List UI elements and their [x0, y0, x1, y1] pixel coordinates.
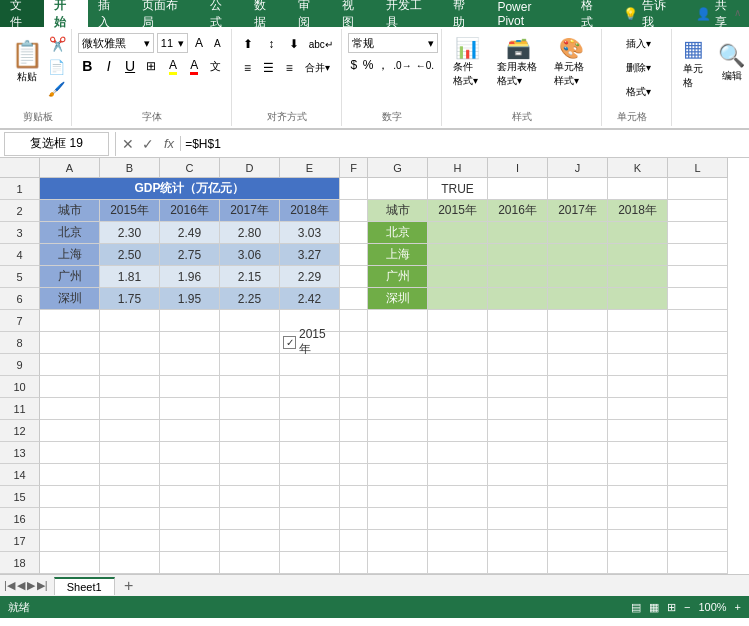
col-header-F[interactable]: F: [340, 158, 368, 178]
col-header-L[interactable]: L: [668, 158, 728, 178]
cell-8-I[interactable]: [488, 332, 548, 354]
col-header-J[interactable]: J: [548, 158, 608, 178]
last-sheet-icon[interactable]: ▶|: [37, 579, 48, 592]
bold-button[interactable]: B: [78, 55, 96, 77]
cell-18-C[interactable]: [160, 552, 220, 574]
cell-18-K[interactable]: [608, 552, 668, 574]
cell-4-A[interactable]: 上海: [40, 244, 100, 266]
cell-13-F[interactable]: [340, 442, 368, 464]
cell-13-I[interactable]: [488, 442, 548, 464]
italic-button[interactable]: I: [99, 55, 117, 77]
cell-11-A[interactable]: [40, 398, 100, 420]
cell-6-J[interactable]: [548, 288, 608, 310]
cell-9-F[interactable]: [340, 354, 368, 376]
zoom-out-button[interactable]: −: [684, 601, 690, 613]
cell-3-L[interactable]: [668, 222, 728, 244]
zoom-in-button[interactable]: +: [735, 601, 741, 613]
cell-13-A[interactable]: [40, 442, 100, 464]
cell-4-E[interactable]: 3.27: [280, 244, 340, 266]
cell-5-F[interactable]: [340, 266, 368, 288]
cell-15-E[interactable]: [280, 486, 340, 508]
cell-6-K[interactable]: [608, 288, 668, 310]
cell-5-L[interactable]: [668, 266, 728, 288]
format-cell-button[interactable]: 格式▾: [608, 81, 668, 103]
cell-7-B[interactable]: [100, 310, 160, 332]
tab-file[interactable]: 文件: [0, 0, 44, 27]
cell-14-G[interactable]: [368, 464, 428, 486]
cell-16-G[interactable]: [368, 508, 428, 530]
next-sheet-icon[interactable]: ▶: [27, 579, 35, 592]
cell-7-L[interactable]: [668, 310, 728, 332]
tab-data[interactable]: 数据: [244, 0, 288, 27]
cell-6-I[interactable]: [488, 288, 548, 310]
cell-13-C[interactable]: [160, 442, 220, 464]
cell-8-A[interactable]: [40, 332, 100, 354]
cell-3-F[interactable]: [340, 222, 368, 244]
tab-format[interactable]: 格式: [571, 0, 615, 27]
cell-2-B[interactable]: 2015年: [100, 200, 160, 222]
sheet-tab-sheet1[interactable]: Sheet1: [54, 577, 115, 595]
formula-input[interactable]: [181, 132, 749, 156]
cell-11-C[interactable]: [160, 398, 220, 420]
insert-cell-button[interactable]: 插入▾: [608, 33, 668, 55]
row-header-2[interactable]: 2: [0, 200, 40, 222]
cell-17-A[interactable]: [40, 530, 100, 552]
cell-7-I[interactable]: [488, 310, 548, 332]
cell-18-F[interactable]: [340, 552, 368, 574]
cell-17-I[interactable]: [488, 530, 548, 552]
cell-18-G[interactable]: [368, 552, 428, 574]
align-middle-button[interactable]: ↕: [261, 33, 282, 55]
cell-11-I[interactable]: [488, 398, 548, 420]
increase-font-button[interactable]: A: [191, 33, 206, 53]
cell-9-D[interactable]: [220, 354, 280, 376]
cell-15-A[interactable]: [40, 486, 100, 508]
cell-2-G[interactable]: 城市: [368, 200, 428, 222]
cell-12-F[interactable]: [340, 420, 368, 442]
cell-13-K[interactable]: [608, 442, 668, 464]
cell-12-K[interactable]: [608, 420, 668, 442]
underline-button[interactable]: U: [121, 55, 139, 77]
cell-6-H[interactable]: [428, 288, 488, 310]
fill-color-button[interactable]: A: [164, 55, 182, 77]
cell-1-G[interactable]: [368, 178, 428, 200]
align-right-button[interactable]: ≡: [280, 57, 299, 79]
row-header-7[interactable]: 7: [0, 310, 40, 332]
cell-7-A[interactable]: [40, 310, 100, 332]
col-header-G[interactable]: G: [368, 158, 428, 178]
cell-5-C[interactable]: 1.96: [160, 266, 220, 288]
cell-5-E[interactable]: 2.29: [280, 266, 340, 288]
cell-7-G[interactable]: [368, 310, 428, 332]
cell-2-H[interactable]: 2015年: [428, 200, 488, 222]
paste-button[interactable]: 📋 粘贴: [10, 33, 44, 89]
cell-10-H[interactable]: [428, 376, 488, 398]
cell-18-L[interactable]: [668, 552, 728, 574]
cell-16-D[interactable]: [220, 508, 280, 530]
add-sheet-button[interactable]: +: [119, 576, 139, 596]
delete-cell-button[interactable]: 删除▾: [608, 57, 668, 79]
cell-8-J[interactable]: [548, 332, 608, 354]
number-format-combo[interactable]: 常规▾: [348, 33, 438, 53]
cell-11-J[interactable]: [548, 398, 608, 420]
cell-16-F[interactable]: [340, 508, 368, 530]
cell-15-F[interactable]: [340, 486, 368, 508]
cell-2-L[interactable]: [668, 200, 728, 222]
tab-formula[interactable]: 公式: [200, 0, 244, 27]
tell-me-box[interactable]: 💡 告诉我: [615, 0, 686, 27]
cell-1-H[interactable]: TRUE: [428, 178, 488, 200]
cell-3-A[interactable]: 北京: [40, 222, 100, 244]
cell-16-B[interactable]: [100, 508, 160, 530]
cell-5-I[interactable]: [488, 266, 548, 288]
tab-insert[interactable]: 插入: [88, 0, 132, 27]
cell-8-G[interactable]: [368, 332, 428, 354]
cell-11-E[interactable]: [280, 398, 340, 420]
row-header-3[interactable]: 3: [0, 222, 40, 244]
cell-4-G[interactable]: 上海: [368, 244, 428, 266]
cell-16-E[interactable]: [280, 508, 340, 530]
row-header-12[interactable]: 12: [0, 420, 40, 442]
cell-3-C[interactable]: 2.49: [160, 222, 220, 244]
cell-12-E[interactable]: [280, 420, 340, 442]
cell-12-H[interactable]: [428, 420, 488, 442]
cell-14-B[interactable]: [100, 464, 160, 486]
cell-7-D[interactable]: [220, 310, 280, 332]
wen-button[interactable]: 文: [207, 55, 225, 77]
